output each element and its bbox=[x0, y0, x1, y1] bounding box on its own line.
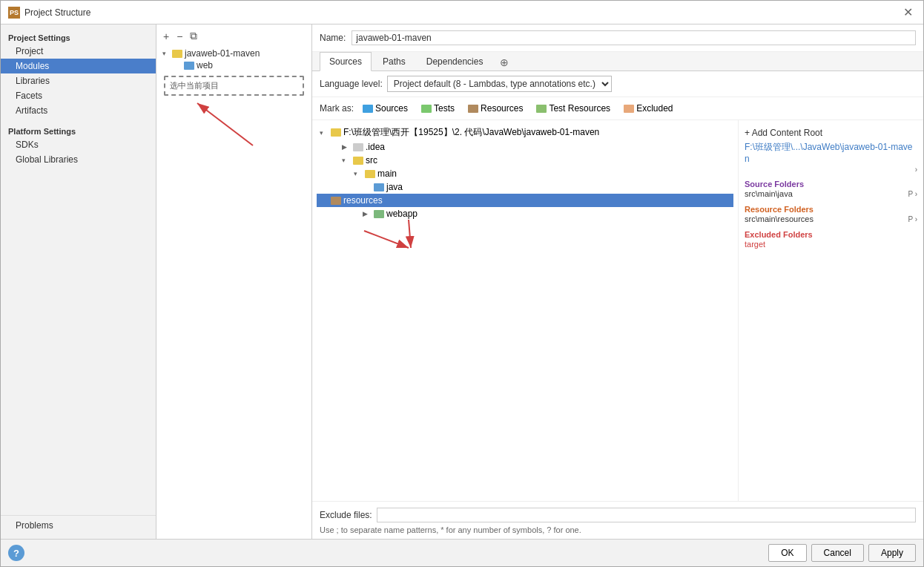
exclude-files-input[interactable] bbox=[377, 508, 916, 522]
exclude-files-row: Exclude files: bbox=[312, 501, 923, 525]
sources-icon bbox=[363, 105, 373, 113]
resource-path-action[interactable]: P › bbox=[908, 215, 917, 223]
ftree-root-label: F:\班级管理\西开【19525】\2. 代码\JavaWeb\javaweb-… bbox=[343, 126, 599, 139]
tree-expand-arrow: ▾ bbox=[162, 50, 170, 57]
ftree-src[interactable]: ▾ src bbox=[320, 154, 730, 167]
title-bar-left: PS Project Structure bbox=[8, 7, 90, 19]
sidebar-path: F:\班级管理\...\JavaWeb\javaweb-01-maven bbox=[745, 140, 917, 165]
content-area: ▾ F:\班级管理\西开【19525】\2. 代码\JavaWeb\javawe… bbox=[312, 120, 923, 501]
language-level-label: Language level: bbox=[320, 79, 383, 89]
language-level-select[interactable]: Project default (8 - Lambdas, type annot… bbox=[387, 76, 612, 92]
exclude-files-label: Exclude files: bbox=[320, 510, 372, 520]
nav-item-project[interactable]: Project bbox=[1, 44, 156, 59]
child-item-label: web bbox=[197, 60, 213, 71]
tree-child-item[interactable]: web bbox=[161, 59, 307, 71]
close-button[interactable]: ✕ bbox=[900, 5, 916, 19]
ftree-main[interactable]: ▾ main bbox=[320, 167, 730, 180]
ok-button[interactable]: OK bbox=[768, 544, 806, 562]
ftree-webapp-label: webapp bbox=[386, 209, 418, 219]
excluded-folders-path: target bbox=[745, 239, 917, 249]
source-folders-path: src\main\java bbox=[745, 189, 793, 199]
mark-excluded-label: Excluded bbox=[636, 103, 673, 114]
annotation-box: 选中当前项目 bbox=[164, 76, 304, 96]
annotation-text: 选中当前项目 bbox=[170, 81, 219, 90]
detail-sidebar: + Add Content Root F:\班级管理\...\JavaWeb\j… bbox=[738, 120, 923, 501]
tab-paths[interactable]: Paths bbox=[373, 52, 415, 71]
resource-folders-path: src\main\resources bbox=[745, 214, 814, 224]
nav-item-artifacts[interactable]: Artifacts bbox=[1, 103, 156, 118]
right-panel: Name: Sources Paths Dependencies ⊕ Langu… bbox=[312, 24, 923, 539]
ftree-root-icon bbox=[331, 128, 341, 137]
nav-item-sdks[interactable]: SDKs bbox=[1, 137, 156, 152]
source-path-action[interactable]: P › bbox=[908, 190, 917, 198]
project-structure-dialog: PS Project Structure ✕ Project Settings … bbox=[0, 0, 924, 567]
sidebar-path-action[interactable]: › bbox=[915, 165, 917, 174]
name-label: Name: bbox=[320, 33, 346, 43]
tab-sources[interactable]: Sources bbox=[320, 52, 372, 71]
project-settings-header: Project Settings bbox=[1, 30, 156, 44]
nav-item-facets[interactable]: Facets bbox=[1, 88, 156, 103]
root-item-label: javaweb-01-maven bbox=[185, 48, 260, 59]
excluded-folders-title: Excluded Folders bbox=[745, 230, 917, 239]
ftree-idea-arrow: ▶ bbox=[342, 143, 351, 151]
ftree-webapp[interactable]: ▶ webapp bbox=[320, 207, 730, 220]
tabs-row: Sources Paths Dependencies ⊕ bbox=[312, 52, 923, 71]
nav-item-modules[interactable]: Modules bbox=[1, 59, 156, 73]
ftree-webapp-arrow: ▶ bbox=[363, 210, 372, 217]
add-content-root-label: + Add Content Root bbox=[745, 128, 822, 138]
bottom-bar: ? OK Cancel Apply bbox=[1, 539, 923, 566]
ftree-src-icon bbox=[353, 157, 363, 165]
mark-testresources-button[interactable]: Test Resources bbox=[532, 102, 615, 115]
title-bar: PS Project Structure ✕ bbox=[1, 1, 923, 24]
tests-icon bbox=[421, 105, 432, 113]
testresources-icon bbox=[536, 105, 547, 113]
mark-tests-label: Tests bbox=[434, 103, 455, 114]
mark-sources-button[interactable]: Sources bbox=[358, 102, 412, 115]
child-folder-icon bbox=[184, 62, 194, 70]
copy-module-button[interactable]: ⧉ bbox=[188, 29, 199, 43]
ftree-root[interactable]: ▾ F:\班级管理\西开【19525】\2. 代码\JavaWeb\javawe… bbox=[320, 125, 730, 140]
ftree-main-arrow: ▾ bbox=[354, 170, 363, 177]
mark-excluded-button[interactable]: Excluded bbox=[619, 102, 677, 115]
tab-dependencies[interactable]: Dependencies bbox=[417, 52, 493, 71]
name-input[interactable] bbox=[352, 30, 916, 45]
mark-as-label: Mark as: bbox=[320, 103, 354, 114]
apply-button[interactable]: Apply bbox=[868, 544, 916, 562]
tab-add-button[interactable]: ⊕ bbox=[494, 54, 515, 71]
nav-item-problems[interactable]: Problems bbox=[1, 515, 156, 533]
ftree-idea[interactable]: ▶ .idea bbox=[320, 140, 730, 154]
ftree-webapp-icon bbox=[374, 210, 384, 218]
app-icon: PS bbox=[8, 7, 20, 19]
source-folders-title: Source Folders bbox=[745, 180, 917, 189]
mark-tests-button[interactable]: Tests bbox=[417, 102, 459, 115]
mark-resources-button[interactable]: Resources bbox=[463, 102, 527, 115]
tree-root-item[interactable]: ▾ javaweb-01-maven bbox=[161, 47, 307, 59]
ftree-main-label: main bbox=[377, 168, 397, 179]
remove-module-button[interactable]: − bbox=[174, 30, 185, 43]
ftree-java-label: java bbox=[386, 182, 403, 192]
left-panel: Project Settings Project Modules Librari… bbox=[1, 24, 156, 539]
language-level-row: Language level: Project default (8 - Lam… bbox=[312, 71, 923, 97]
ftree-idea-label: .idea bbox=[366, 142, 385, 152]
ftree-java-icon bbox=[374, 183, 384, 191]
add-content-root-button[interactable]: + Add Content Root bbox=[745, 126, 917, 140]
ftree-root-arrow: ▾ bbox=[320, 129, 329, 137]
help-button[interactable]: ? bbox=[8, 545, 24, 561]
toolbar: + − ⧉ bbox=[161, 29, 307, 43]
main-content: Project Settings Project Modules Librari… bbox=[1, 24, 923, 539]
ftree-java[interactable]: java bbox=[320, 180, 730, 194]
mark-testresources-label: Test Resources bbox=[549, 103, 610, 114]
mark-sources-label: Sources bbox=[375, 103, 408, 114]
root-folder-icon bbox=[172, 50, 182, 58]
ftree-main-icon bbox=[365, 170, 375, 178]
nav-item-libraries[interactable]: Libraries bbox=[1, 73, 156, 88]
ftree-src-label: src bbox=[366, 155, 377, 165]
file-tree: ▾ F:\班级管理\西开【19525】\2. 代码\JavaWeb\javawe… bbox=[312, 120, 738, 501]
cancel-button[interactable]: Cancel bbox=[811, 544, 864, 562]
platform-settings-header: Platform Settings bbox=[1, 124, 156, 137]
resource-folders-title: Resource Folders bbox=[745, 205, 917, 214]
nav-item-global-libraries[interactable]: Global Libraries bbox=[1, 152, 156, 167]
ftree-resources[interactable]: resources bbox=[317, 194, 733, 207]
add-module-button[interactable]: + bbox=[161, 30, 171, 43]
exclude-hint: Use ; to separate name patterns, * for a… bbox=[312, 525, 923, 539]
